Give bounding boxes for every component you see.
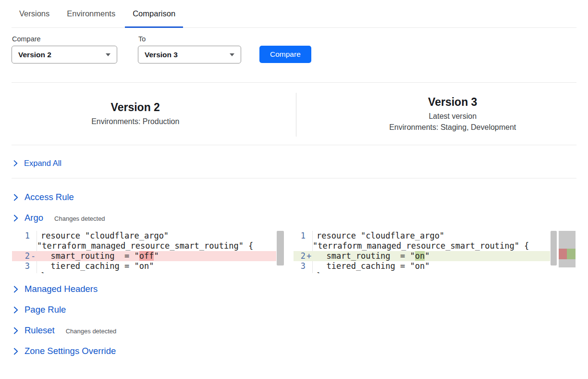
- compare-from-field: Compare Version 2: [12, 35, 117, 63]
- argo-diff-viewer: 1 resource "cloudflare_argo" "terraform_…: [12, 231, 576, 273]
- compare-from-select[interactable]: Version 2: [12, 46, 117, 63]
- diff-line-wrap: "terraform_managed_resource_smart_routin…: [12, 241, 276, 251]
- line-number-gutter: 3: [12, 261, 37, 271]
- section-label: Argo: [24, 213, 43, 223]
- chevron-right-icon: [13, 215, 18, 222]
- compare-to-select[interactable]: Version 3: [138, 46, 241, 63]
- version-left-header: Version 2 Environments: Production: [12, 92, 296, 138]
- chevron-right-icon: [13, 286, 18, 293]
- code-text: smart_routing = "off": [37, 251, 276, 261]
- diff-right-code: 1 resource "cloudflare_argo" "terraform_…: [294, 231, 550, 273]
- diff-line-clipped: }: [12, 271, 276, 273]
- compare-from-label: Compare: [12, 35, 117, 43]
- diff-line-added: 2+ smart_routing = "on": [294, 251, 550, 261]
- code-text: tiered_caching = "on": [313, 261, 550, 271]
- line-number-gutter: [294, 241, 313, 251]
- section-label: Access Rule: [24, 192, 74, 202]
- section-label: Page Rule: [24, 304, 66, 315]
- line-number-gutter: 2-: [12, 251, 37, 261]
- version-headers: Version 2 Environments: Production Versi…: [12, 83, 576, 145]
- code-text: smart_routing = "on": [313, 251, 550, 261]
- chevron-right-icon: [13, 306, 18, 314]
- code-text: "terraform_managed_resource_smart_routin…: [313, 241, 550, 251]
- added-word-highlight: on: [415, 251, 425, 261]
- expand-all-label: Expand All: [24, 159, 61, 168]
- line-number-gutter: 1: [294, 231, 313, 241]
- line-number-gutter: [294, 271, 313, 273]
- version-left-environments: Environments: Production: [91, 117, 179, 126]
- diff-line-removed: 2- smart_routing = "off": [12, 251, 276, 261]
- code-text: }: [313, 271, 550, 273]
- section-argo[interactable]: Argo Changes detected: [12, 209, 107, 227]
- scrollbar-thumb[interactable]: [551, 231, 557, 265]
- compare-from-value: Version 2: [18, 51, 51, 59]
- compare-button[interactable]: Compare: [259, 46, 311, 63]
- chevron-right-icon: [13, 160, 18, 166]
- line-number-gutter: [12, 271, 37, 273]
- section-ruleset[interactable]: Ruleset Changes detected: [12, 321, 118, 340]
- added-marker: [567, 249, 576, 259]
- diff-right-panel[interactable]: 1 resource "cloudflare_argo" "terraform_…: [294, 231, 576, 273]
- diff-line-clipped: }: [294, 271, 550, 273]
- divider: [12, 178, 576, 178]
- code-text: }: [37, 271, 276, 273]
- version-right-latest-label: Latest version: [429, 112, 477, 121]
- section-label: Zone Settings Override: [24, 346, 116, 356]
- scrollbar-thumb[interactable]: [277, 231, 284, 265]
- code-text: tiered_caching = "on": [37, 261, 276, 271]
- diff-line-wrap: "terraform_managed_resource_smart_routin…: [294, 241, 550, 251]
- code-text: resource "cloudflare_argo": [37, 231, 276, 241]
- section-label: Managed Headers: [24, 284, 98, 294]
- version-right-header: Version 3 Latest version Environments: S…: [296, 92, 577, 138]
- changes-detected-badge: Changes detected: [66, 326, 117, 335]
- compare-controls: Compare Version 2 To Version 3 Compare: [12, 35, 576, 63]
- tab-environments[interactable]: Environments: [59, 0, 123, 27]
- section-managed-headers[interactable]: Managed Headers: [12, 280, 99, 298]
- chevron-down-icon: [106, 53, 110, 56]
- line-number-gutter: 1: [12, 231, 37, 241]
- tab-bar: Versions Environments Comparison: [12, 0, 576, 28]
- tab-versions[interactable]: Versions: [12, 0, 57, 27]
- code-text: "terraform_managed_resource_smart_routin…: [37, 241, 276, 251]
- diff-line: 1 resource "cloudflare_argo": [294, 231, 550, 241]
- code-text: resource "cloudflare_argo": [313, 231, 550, 241]
- chevron-right-icon: [13, 194, 18, 201]
- version-right-environments: Environments: Staging, Development: [389, 123, 516, 132]
- divider: [12, 145, 576, 145]
- line-number-gutter: 3: [294, 261, 313, 271]
- changes-detected-badge: Changes detected: [54, 214, 105, 222]
- diff-line: 3 tiered_caching = "on": [294, 261, 550, 271]
- scrollbar[interactable]: [550, 231, 557, 273]
- line-number-gutter: [12, 241, 37, 251]
- diff-left-code: 1 resource "cloudflare_argo" "terraform_…: [12, 231, 276, 273]
- compare-to-label: To: [138, 35, 241, 43]
- chevron-right-icon: [13, 327, 18, 334]
- expand-all-button[interactable]: Expand All: [12, 156, 63, 170]
- diff-line: 3 tiered_caching = "on": [12, 261, 276, 271]
- chevron-down-icon: [230, 53, 234, 56]
- version-right-title: Version 3: [428, 96, 477, 109]
- line-number-gutter: 2+: [294, 251, 313, 261]
- version-left-title: Version 2: [111, 101, 160, 114]
- diff-line: 1 resource "cloudflare_argo": [12, 231, 276, 241]
- diff-overview-ruler: [559, 231, 576, 267]
- section-access-rule[interactable]: Access Rule: [12, 188, 76, 206]
- section-label: Ruleset: [24, 325, 55, 336]
- removed-marker: [559, 249, 567, 259]
- comparison-page: Versions Environments Comparison Compare…: [0, 0, 588, 360]
- compare-to-field: To Version 3: [138, 35, 241, 63]
- tab-comparison[interactable]: Comparison: [125, 0, 183, 27]
- removed-word-highlight: off: [139, 251, 154, 261]
- section-page-rule[interactable]: Page Rule: [12, 301, 68, 319]
- diff-left-panel[interactable]: 1 resource "cloudflare_argo" "terraform_…: [12, 231, 284, 273]
- chevron-right-icon: [13, 348, 18, 355]
- scrollbar[interactable]: [276, 231, 284, 273]
- compare-to-value: Version 3: [145, 51, 178, 59]
- section-zone-settings-override[interactable]: Zone Settings Override: [12, 342, 118, 360]
